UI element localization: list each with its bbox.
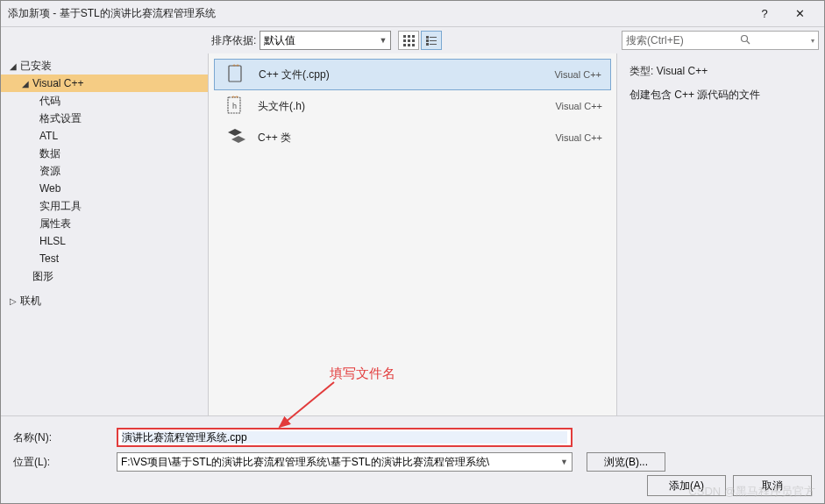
list-item-lang: Visual C++ xyxy=(554,69,601,80)
tree-item-resource[interactable]: 资源 xyxy=(1,162,208,180)
svg-rect-10 xyxy=(430,37,437,38)
tree-item-online[interactable]: ▷ 联机 xyxy=(1,292,208,309)
svg-rect-9 xyxy=(426,36,429,39)
search-dropdown-icon[interactable]: ▾ xyxy=(811,37,814,45)
sort-value: 默认值 xyxy=(264,33,295,48)
tree-item-installed[interactable]: ◢ 已安装 xyxy=(1,57,208,75)
svg-rect-14 xyxy=(430,44,437,45)
list-item-header-file[interactable]: h++ 头文件(.h) Visual C++ xyxy=(214,90,611,122)
chevron-down-icon: ▼ xyxy=(379,36,387,45)
svg-rect-0 xyxy=(403,35,406,38)
search-placeholder: 搜索(Ctrl+E) xyxy=(626,33,684,48)
name-input-wrapper xyxy=(117,428,573,447)
type-value: Visual C++ xyxy=(657,65,708,77)
svg-rect-8 xyxy=(412,44,415,46)
svg-rect-6 xyxy=(403,44,406,46)
svg-line-16 xyxy=(747,41,750,44)
name-input[interactable] xyxy=(122,431,567,444)
window-title: 添加新项 - 基于STL的演讲比赛流程管理系统 xyxy=(8,6,747,21)
list-icon xyxy=(425,34,437,46)
svg-rect-11 xyxy=(426,39,429,42)
watermark: CSDN @黑马程序员官方 xyxy=(688,484,815,500)
view-list-button[interactable] xyxy=(421,31,442,50)
location-dropdown[interactable]: F:\VS项目\基于STL的演讲比赛流程管理系统\基于STL的演讲比赛流程管理系… xyxy=(117,452,573,472)
template-description: 创建包含 C++ 源代码的文件 xyxy=(629,88,812,103)
tree-item-format[interactable]: 格式设置 xyxy=(1,110,208,127)
svg-rect-1 xyxy=(408,35,410,38)
titlebar: 添加新项 - 基于STL的演讲比赛流程管理系统 ? ✕ xyxy=(1,1,824,27)
details-panel: 类型: Visual C++ 创建包含 C++ 源代码的文件 xyxy=(617,53,824,415)
svg-text:++: ++ xyxy=(231,96,238,100)
list-item-lang: Visual C++ xyxy=(555,101,602,111)
list-item-label: C++ 文件(.cpp) xyxy=(259,67,554,82)
view-small-icons-button[interactable] xyxy=(398,31,419,50)
svg-rect-12 xyxy=(430,40,437,41)
svg-marker-23 xyxy=(231,136,245,143)
tree-item-props[interactable]: 属性表 xyxy=(1,215,208,232)
location-value: F:\VS项目\基于STL的演讲比赛流程管理系统\基于STL的演讲比赛流程管理系… xyxy=(121,455,489,470)
list-item-cpp-class[interactable]: C++ 类 Visual C++ xyxy=(214,122,611,153)
sort-dropdown[interactable]: 默认值 ▼ xyxy=(260,31,391,50)
tree-item-graphics[interactable]: ◢ 图形 xyxy=(1,267,208,285)
collapse-icon: ◢ xyxy=(10,61,20,71)
search-icon xyxy=(740,34,750,47)
name-label: 名称(N): xyxy=(13,430,117,445)
sort-label: 排序依据: xyxy=(211,33,256,48)
tree-item-code[interactable]: 代码 xyxy=(1,92,208,110)
type-label: 类型: xyxy=(629,65,653,77)
collapse-icon: ◢ xyxy=(22,79,32,89)
svg-rect-3 xyxy=(403,39,406,42)
location-label: 位置(L): xyxy=(13,455,117,470)
grid-small-icon xyxy=(402,34,415,46)
svg-rect-7 xyxy=(408,44,410,46)
tree-item-visual-cpp[interactable]: ◢ Visual C++ xyxy=(1,75,208,92)
expand-icon: ▷ xyxy=(10,296,20,306)
search-input[interactable]: 搜索(Ctrl+E) ▾ xyxy=(622,31,819,50)
toolbar: 排序依据: 默认值 ▼ 搜索(Ctrl+E) ▾ xyxy=(1,27,824,53)
list-item-label: C++ 类 xyxy=(258,131,555,146)
list-item-lang: Visual C++ xyxy=(555,132,602,143)
svg-text:++: ++ xyxy=(232,64,239,68)
tree-item-hlsl[interactable]: HLSL xyxy=(1,232,208,250)
tree-item-data[interactable]: 数据 xyxy=(1,145,208,162)
tree-item-web[interactable]: Web xyxy=(1,180,208,197)
chevron-down-icon: ▼ xyxy=(560,458,568,466)
template-list: ++ C++ 文件(.cpp) Visual C++ h++ 头文件(.h) V… xyxy=(208,53,617,415)
cpp-file-icon: ++ xyxy=(224,62,248,87)
tree-item-utils[interactable]: 实用工具 xyxy=(1,197,208,215)
tree-item-atl[interactable]: ATL xyxy=(1,127,208,145)
svg-rect-4 xyxy=(408,39,410,42)
template-tree: ◢ 已安装 ◢ Visual C++ 代码 格式设置 ATL 数据 资源 Web… xyxy=(1,53,208,415)
list-item-label: 头文件(.h) xyxy=(258,99,555,114)
h-file-icon: h++ xyxy=(223,94,247,118)
help-button[interactable]: ? xyxy=(747,2,782,26)
browse-button[interactable]: 浏览(B)... xyxy=(587,452,665,472)
svg-point-15 xyxy=(742,35,748,41)
tree-item-test[interactable]: Test xyxy=(1,250,208,267)
svg-rect-13 xyxy=(426,43,429,46)
list-item-cpp-file[interactable]: ++ C++ 文件(.cpp) Visual C++ xyxy=(214,59,611,90)
svg-rect-2 xyxy=(412,35,415,38)
cpp-class-icon xyxy=(223,125,247,150)
svg-text:h: h xyxy=(232,102,237,110)
svg-rect-5 xyxy=(412,39,415,42)
svg-marker-22 xyxy=(228,129,242,136)
main-content: ◢ 已安装 ◢ Visual C++ 代码 格式设置 ATL 数据 资源 Web… xyxy=(1,53,824,415)
close-button[interactable]: ✕ xyxy=(782,2,817,26)
